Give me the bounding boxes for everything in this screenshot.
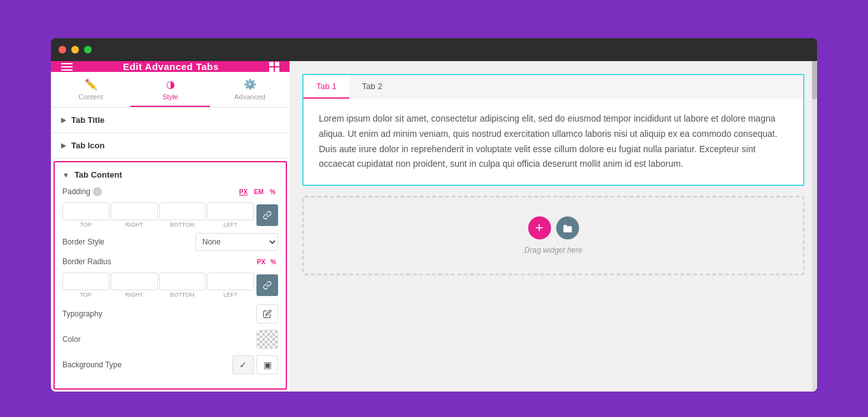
br-left-input[interactable]	[207, 272, 254, 290]
padding-unit-tabs: PX EM %	[237, 188, 278, 196]
tab-advanced[interactable]: ⚙️ Advanced	[210, 72, 290, 107]
tabs-content-text: Lorem ipsum dolor sit amet, consectetur …	[319, 111, 788, 172]
panel-tabs: ✏️ Content ◑ Style ⚙️ Advanced	[51, 72, 290, 108]
border-radius-field: Border Radius PX % TOP	[62, 257, 278, 298]
style-tab-icon: ◑	[166, 78, 175, 90]
tab-style[interactable]: ◑ Style	[130, 72, 210, 107]
chevron-right-icon-2: ▶	[61, 142, 66, 149]
typography-edit-button[interactable]	[256, 304, 278, 323]
tabs-content-area: Lorem ipsum dolor sit amet, consectetur …	[304, 99, 803, 185]
collapse-icon[interactable]: ▼	[62, 171, 69, 179]
padding-left-label: LEFT	[223, 222, 237, 228]
main-tab-2[interactable]: Tab 2	[349, 75, 395, 99]
padding-link-button[interactable]	[256, 204, 278, 226]
accordion-tab-title-header[interactable]: ▶ Tab Title	[51, 108, 290, 132]
br-left-label: LEFT	[223, 292, 237, 298]
padding-field: Padding i PX EM % TOP	[62, 187, 278, 228]
bg-gradient-button[interactable]: ▣	[256, 355, 278, 374]
br-bottom-input[interactable]	[159, 272, 206, 290]
accordion-tab-icon: ▶ Tab Icon	[51, 133, 290, 159]
drag-label: Drag widget here	[524, 246, 582, 255]
main-tab-1[interactable]: Tab 1	[304, 75, 349, 99]
right-panel: Tab 1 Tab 2 Lorem ipsum dolor sit amet, …	[290, 61, 817, 392]
scrollbar[interactable]	[812, 61, 817, 392]
accordion-tab-title: ▶ Tab Title	[51, 108, 290, 133]
style-tab-label: Style	[162, 93, 178, 101]
border-radius-label: Border Radius	[62, 257, 111, 266]
folder-widget-button[interactable]	[556, 216, 579, 239]
padding-bottom-input[interactable]	[159, 202, 206, 220]
padding-bottom-wrapper: BOTTOM	[159, 202, 206, 228]
chevron-right-icon: ▶	[61, 117, 66, 124]
padding-inputs: TOP RIGHT BOTTOM	[62, 202, 278, 228]
border-style-select[interactable]: None Solid Dashed Dotted	[195, 233, 278, 251]
padding-top-wrapper: TOP	[62, 202, 109, 228]
br-right-wrapper: RIGHT	[111, 272, 158, 298]
content-tab-label: Content	[78, 93, 103, 101]
add-widget-button[interactable]: +	[528, 216, 551, 239]
maximize-button[interactable]	[84, 46, 92, 53]
background-type-label: Background Type	[62, 360, 122, 369]
tab-content[interactable]: ✏️ Content	[51, 72, 130, 107]
titlebar	[51, 38, 817, 61]
br-right-input[interactable]	[111, 272, 158, 290]
background-type-field: Background Type ✓ ▣	[62, 355, 278, 374]
grid-menu-icon[interactable]	[269, 62, 279, 72]
padding-right-input[interactable]	[111, 202, 158, 220]
border-radius-link-button[interactable]	[256, 274, 278, 296]
drag-widget-area: + Drag widget here	[302, 196, 804, 275]
border-radius-percent[interactable]: %	[269, 258, 278, 266]
accordion-tab-icon-header[interactable]: ▶ Tab Icon	[51, 133, 290, 158]
padding-top-input[interactable]	[62, 202, 109, 220]
padding-bottom-label: BOTTOM	[170, 222, 194, 228]
background-type-buttons: ✓ ▣	[232, 355, 278, 374]
drag-actions: +	[528, 216, 579, 239]
br-top-input[interactable]	[62, 272, 109, 290]
padding-left-wrapper: LEFT	[207, 202, 254, 228]
br-bottom-wrapper: BOTTOM	[159, 272, 206, 298]
content-tab-icon: ✏️	[85, 78, 97, 90]
scrollbar-thumb[interactable]	[812, 61, 817, 99]
padding-right-label: RIGHT	[125, 222, 143, 228]
border-radius-inputs: TOP RIGHT BOTTOM	[62, 272, 278, 298]
unit-em[interactable]: EM	[251, 188, 266, 196]
typography-field: Typography	[62, 304, 278, 323]
bg-classic-button[interactable]: ✓	[232, 355, 254, 374]
close-button[interactable]	[59, 46, 66, 53]
app-window: Edit Advanced Tabs ✏️ Content ◑ Style ⚙️…	[51, 38, 817, 392]
advanced-tab-icon: ⚙️	[244, 78, 256, 90]
color-field: Color	[62, 330, 278, 349]
left-panel: Edit Advanced Tabs ✏️ Content ◑ Style ⚙️…	[51, 61, 290, 392]
section-title: Tab Content	[74, 170, 122, 180]
color-label: Color	[62, 335, 81, 344]
unit-percent[interactable]: %	[267, 188, 278, 196]
tab-content-section: ▼ Tab Content Padding i PX EM %	[53, 161, 287, 390]
border-style-label: Border Style	[62, 237, 104, 246]
panel-title: Edit Advanced Tabs	[123, 61, 219, 72]
br-left-wrapper: LEFT	[207, 272, 254, 298]
border-radius-unit-tabs: PX %	[255, 258, 278, 266]
border-radius-px[interactable]: PX	[255, 258, 267, 266]
padding-input-group: TOP RIGHT BOTTOM	[62, 202, 254, 228]
tabs-navigation: Tab 1 Tab 2	[304, 75, 803, 99]
border-radius-label-row: Border Radius PX %	[62, 257, 278, 266]
hamburger-menu-icon[interactable]	[61, 63, 73, 71]
advanced-tab-label: Advanced	[234, 93, 265, 101]
br-right-label: RIGHT	[125, 292, 143, 298]
section-header: ▼ Tab Content	[62, 170, 278, 180]
padding-left-input[interactable]	[207, 202, 254, 220]
br-top-wrapper: TOP	[62, 272, 109, 298]
accordion-tab-icon-label: Tab Icon	[71, 141, 104, 150]
padding-right-wrapper: RIGHT	[111, 202, 158, 228]
panel-header: Edit Advanced Tabs	[51, 61, 290, 72]
window-body: Edit Advanced Tabs ✏️ Content ◑ Style ⚙️…	[51, 61, 817, 392]
color-preview-button[interactable]	[256, 330, 278, 349]
minimize-button[interactable]	[71, 46, 79, 53]
border-radius-input-group: TOP RIGHT BOTTOM	[62, 272, 254, 298]
padding-info-icon: i	[93, 187, 102, 196]
typography-label: Typography	[62, 309, 102, 318]
accordion-tab-title-label: Tab Title	[71, 115, 104, 125]
border-style-field: Border Style None Solid Dashed Dotted	[62, 233, 278, 251]
unit-px[interactable]: PX	[237, 188, 250, 196]
tabs-widget: Tab 1 Tab 2 Lorem ipsum dolor sit amet, …	[302, 74, 804, 186]
